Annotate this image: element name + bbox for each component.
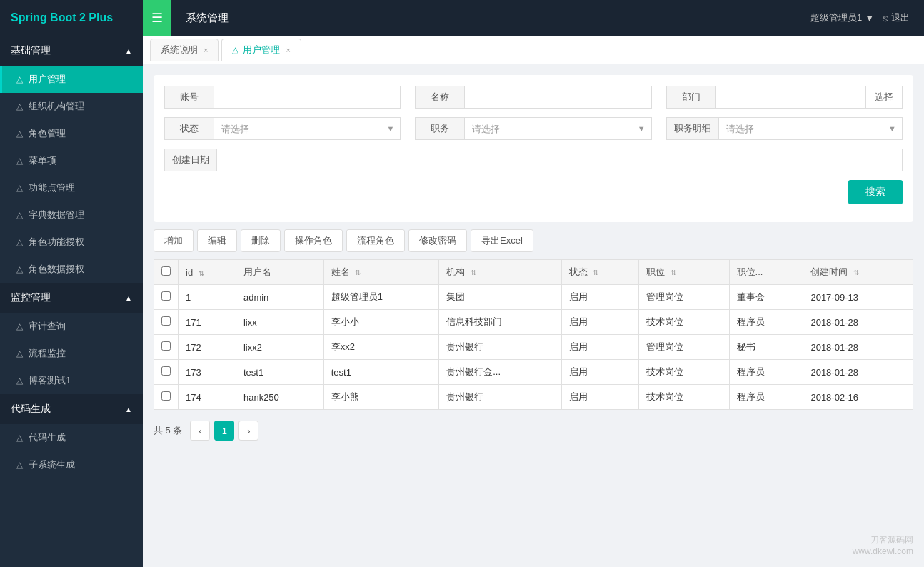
cell-created: 2017-09-13 [803, 285, 913, 310]
row-checkbox-1[interactable] [161, 291, 171, 301]
cell-username: lixx [236, 310, 323, 335]
sidebar-group-basic[interactable]: 基础管理 ▲ [0, 36, 143, 66]
pagination-page-1[interactable]: 1 [214, 421, 234, 441]
table-row[interactable]: 173 test1 test1 贵州银行金... 启用 技术岗位 程序员 201… [154, 360, 913, 385]
btn-export-excel[interactable]: 导出Excel [471, 229, 533, 252]
sidebar-item-codegen[interactable]: △ 代码生成 [0, 424, 143, 451]
th-org[interactable]: 机构 ⇅ [439, 260, 561, 285]
cell-created: 2018-02-16 [803, 385, 913, 410]
search-button[interactable]: 搜索 [848, 180, 903, 204]
sidebar-group-monitor[interactable]: 监控管理 ▲ [0, 283, 143, 313]
th-name[interactable]: 姓名 ⇅ [323, 260, 438, 285]
select-position-detail[interactable]: 请选择 [719, 118, 902, 139]
sidebar-group-monitor-label: 监控管理 [11, 291, 51, 304]
btn-delete[interactable]: 删除 [241, 229, 281, 252]
tab-user-management[interactable]: △ 用户管理 × [221, 39, 301, 61]
home-icon-7: △ [16, 237, 23, 247]
cell-org: 贵州银行金... [439, 360, 561, 385]
tab-user-management-close[interactable]: × [286, 46, 290, 54]
home-icon-9: △ [16, 321, 23, 331]
table-row[interactable]: 174 hank250 李小熊 贵州银行 启用 技术岗位 程序员 2018-02… [154, 385, 913, 410]
sidebar-item-org-management[interactable]: △ 组织机构管理 [0, 93, 143, 120]
sort-icon-position: ⇅ [671, 269, 676, 276]
th-position[interactable]: 职位 ⇅ [639, 260, 729, 285]
pagination-prev[interactable]: ‹ [190, 421, 210, 441]
row-checkbox-2[interactable] [161, 316, 171, 326]
sort-icon-id: ⇅ [199, 269, 204, 277]
sidebar-item-function[interactable]: △ 功能点管理 [0, 174, 143, 201]
main-content: 系统说明 × △ 用户管理 × 账号 [143, 36, 924, 567]
select-position[interactable]: 请选择 [465, 118, 651, 139]
pagination: 共 5 条 ‹ 1 › [154, 421, 913, 441]
btn-add[interactable]: 增加 [154, 229, 194, 252]
input-account[interactable] [214, 86, 401, 109]
cell-username: lixx2 [236, 335, 323, 360]
sidebar-item-blog-test[interactable]: △ 博客测试1 [0, 367, 143, 394]
sidebar-item-dict[interactable]: △ 字典数据管理 [0, 201, 143, 229]
toolbar: 增加 编辑 删除 操作角色 流程角色 修改密码 导出Excel [154, 229, 913, 252]
layout: 基础管理 ▲ △ 用户管理 △ 组织机构管理 △ 角色管理 △ 菜单项 △ 功能… [0, 36, 924, 567]
user-menu[interactable]: 超级管理员1 ▼ [810, 11, 874, 24]
th-checkbox [154, 260, 179, 285]
tab-system-info[interactable]: 系统说明 × [150, 39, 219, 61]
sidebar-item-codegen-label: 代码生成 [29, 431, 66, 444]
user-dropdown-icon: ▼ [865, 13, 874, 24]
search-btn-row: 搜索 [164, 180, 903, 204]
sidebar-item-role-management[interactable]: △ 角色管理 [0, 120, 143, 147]
th-created[interactable]: 创建时间 ⇅ [803, 260, 913, 285]
th-status[interactable]: 状态 ⇅ [561, 260, 638, 285]
cell-name: 李小熊 [323, 385, 438, 410]
table-row[interactable]: 172 lixx2 李xx2 贵州银行 启用 管理岗位 秘书 2018-01-2… [154, 335, 913, 360]
table-row[interactable]: 1 admin 超级管理员1 集团 启用 管理岗位 董事会 2017-09-13 [154, 285, 913, 310]
dept-select-button[interactable]: 选择 [865, 86, 903, 109]
sort-icon-status: ⇅ [593, 269, 598, 276]
btn-edit[interactable]: 编辑 [197, 229, 237, 252]
th-position-detail[interactable]: 职位... [729, 260, 803, 285]
sidebar-group-monitor-arrow: ▲ [125, 294, 132, 302]
input-name[interactable] [465, 86, 651, 109]
cell-position-detail: 程序员 [729, 310, 803, 335]
sidebar-item-role-func-auth[interactable]: △ 角色功能授权 [0, 229, 143, 256]
home-icon-2: △ [16, 101, 23, 111]
tab-system-info-close[interactable]: × [204, 46, 208, 54]
select-status[interactable]: 请选择 [214, 118, 400, 139]
cell-org: 贵州银行 [439, 385, 561, 410]
home-icon-4: △ [16, 156, 23, 166]
home-icon: △ [16, 74, 23, 84]
input-created-date[interactable] [217, 149, 903, 171]
cell-position: 管理岗位 [639, 335, 729, 360]
search-form: 账号 名称 部门 选择 [154, 75, 913, 222]
input-dept[interactable] [716, 86, 865, 109]
row-checkbox-cell [154, 310, 179, 335]
select-all-checkbox[interactable] [161, 266, 171, 276]
row-checkbox-cell [154, 385, 179, 410]
sidebar-item-menu[interactable]: △ 菜单项 [0, 147, 143, 174]
search-row-3: 创建日期 [164, 149, 903, 171]
sidebar-item-audit[interactable]: △ 审计查询 [0, 313, 143, 340]
sidebar-group-codegen[interactable]: 代码生成 ▲ [0, 394, 143, 424]
btn-change-password[interactable]: 修改密码 [408, 229, 467, 252]
row-checkbox-4[interactable] [161, 366, 171, 376]
menu-toggle-button[interactable]: ☰ [143, 0, 171, 36]
row-checkbox-5[interactable] [161, 391, 171, 401]
th-username[interactable]: 用户名 [236, 260, 323, 285]
field-account: 账号 [164, 86, 401, 109]
table-row[interactable]: 171 lixx 李小小 信息科技部门 启用 技术岗位 程序员 2018-01-… [154, 310, 913, 335]
pagination-next[interactable]: › [238, 421, 258, 441]
sidebar-item-role-data-auth[interactable]: △ 角色数据授权 [0, 256, 143, 283]
btn-workflow-role[interactable]: 流程角色 [346, 229, 405, 252]
sidebar-item-subsystem-gen[interactable]: △ 子系统生成 [0, 451, 143, 478]
logout-button[interactable]: ⎋ 退出 [883, 11, 910, 24]
sidebar-group-basic-label: 基础管理 [11, 44, 51, 57]
sidebar-item-user-management[interactable]: △ 用户管理 [0, 66, 143, 93]
row-checkbox-3[interactable] [161, 341, 171, 351]
btn-operation-role[interactable]: 操作角色 [284, 229, 343, 252]
th-id[interactable]: id ⇅ [179, 260, 236, 285]
label-position-detail: 职务明细 [666, 117, 719, 140]
sidebar-item-workflow[interactable]: △ 流程监控 [0, 340, 143, 367]
label-status: 状态 [164, 117, 214, 140]
sidebar-item-role-data-auth-label: 角色数据授权 [29, 263, 84, 276]
cell-id: 174 [179, 385, 236, 410]
cell-position: 技术岗位 [639, 385, 729, 410]
cell-id: 173 [179, 360, 236, 385]
